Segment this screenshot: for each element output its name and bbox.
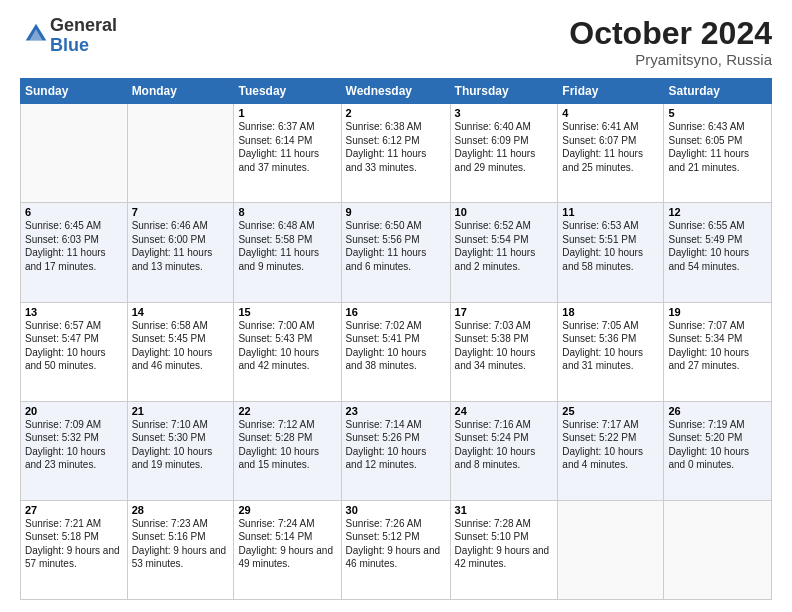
table-row: 18Sunrise: 7:05 AM Sunset: 5:36 PM Dayli… xyxy=(558,302,664,401)
table-row: 20Sunrise: 7:09 AM Sunset: 5:32 PM Dayli… xyxy=(21,401,128,500)
col-thursday: Thursday xyxy=(450,79,558,104)
cell-day-number: 5 xyxy=(668,107,767,119)
cell-day-number: 11 xyxy=(562,206,659,218)
cell-info: Sunrise: 7:16 AM Sunset: 5:24 PM Dayligh… xyxy=(455,418,554,472)
cell-day-number: 10 xyxy=(455,206,554,218)
cell-day-number: 2 xyxy=(346,107,446,119)
col-sunday: Sunday xyxy=(21,79,128,104)
cell-day-number: 24 xyxy=(455,405,554,417)
table-row: 28Sunrise: 7:23 AM Sunset: 5:16 PM Dayli… xyxy=(127,500,234,599)
cell-day-number: 14 xyxy=(132,306,230,318)
table-row: 3Sunrise: 6:40 AM Sunset: 6:09 PM Daylig… xyxy=(450,104,558,203)
cell-info: Sunrise: 6:53 AM Sunset: 5:51 PM Dayligh… xyxy=(562,219,659,273)
calendar-week-2: 6Sunrise: 6:45 AM Sunset: 6:03 PM Daylig… xyxy=(21,203,772,302)
cell-day-number: 20 xyxy=(25,405,123,417)
cell-info: Sunrise: 7:23 AM Sunset: 5:16 PM Dayligh… xyxy=(132,517,230,571)
table-row: 11Sunrise: 6:53 AM Sunset: 5:51 PM Dayli… xyxy=(558,203,664,302)
location: Pryamitsyno, Russia xyxy=(569,51,772,68)
table-row: 25Sunrise: 7:17 AM Sunset: 5:22 PM Dayli… xyxy=(558,401,664,500)
table-row: 12Sunrise: 6:55 AM Sunset: 5:49 PM Dayli… xyxy=(664,203,772,302)
cell-day-number: 17 xyxy=(455,306,554,318)
table-row: 31Sunrise: 7:28 AM Sunset: 5:10 PM Dayli… xyxy=(450,500,558,599)
table-row: 13Sunrise: 6:57 AM Sunset: 5:47 PM Dayli… xyxy=(21,302,128,401)
cell-day-number: 8 xyxy=(238,206,336,218)
cell-info: Sunrise: 6:40 AM Sunset: 6:09 PM Dayligh… xyxy=(455,120,554,174)
logo-blue: Blue xyxy=(50,36,117,56)
cell-day-number: 26 xyxy=(668,405,767,417)
cell-info: Sunrise: 6:58 AM Sunset: 5:45 PM Dayligh… xyxy=(132,319,230,373)
table-row: 6Sunrise: 6:45 AM Sunset: 6:03 PM Daylig… xyxy=(21,203,128,302)
cell-day-number: 13 xyxy=(25,306,123,318)
page: General Blue October 2024 Pryamitsyno, R… xyxy=(0,0,792,612)
cell-day-number: 7 xyxy=(132,206,230,218)
cell-info: Sunrise: 6:43 AM Sunset: 6:05 PM Dayligh… xyxy=(668,120,767,174)
cell-info: Sunrise: 7:00 AM Sunset: 5:43 PM Dayligh… xyxy=(238,319,336,373)
logo-text: General Blue xyxy=(50,16,117,56)
cell-info: Sunrise: 7:26 AM Sunset: 5:12 PM Dayligh… xyxy=(346,517,446,571)
cell-info: Sunrise: 7:05 AM Sunset: 5:36 PM Dayligh… xyxy=(562,319,659,373)
table-row: 2Sunrise: 6:38 AM Sunset: 6:12 PM Daylig… xyxy=(341,104,450,203)
table-row xyxy=(558,500,664,599)
cell-day-number: 16 xyxy=(346,306,446,318)
cell-day-number: 25 xyxy=(562,405,659,417)
cell-day-number: 23 xyxy=(346,405,446,417)
table-row: 17Sunrise: 7:03 AM Sunset: 5:38 PM Dayli… xyxy=(450,302,558,401)
cell-day-number: 28 xyxy=(132,504,230,516)
col-wednesday: Wednesday xyxy=(341,79,450,104)
header: General Blue October 2024 Pryamitsyno, R… xyxy=(20,16,772,68)
cell-info: Sunrise: 7:17 AM Sunset: 5:22 PM Dayligh… xyxy=(562,418,659,472)
table-row: 4Sunrise: 6:41 AM Sunset: 6:07 PM Daylig… xyxy=(558,104,664,203)
cell-info: Sunrise: 6:48 AM Sunset: 5:58 PM Dayligh… xyxy=(238,219,336,273)
cell-day-number: 18 xyxy=(562,306,659,318)
cell-info: Sunrise: 7:19 AM Sunset: 5:20 PM Dayligh… xyxy=(668,418,767,472)
cell-info: Sunrise: 7:28 AM Sunset: 5:10 PM Dayligh… xyxy=(455,517,554,571)
table-row: 19Sunrise: 7:07 AM Sunset: 5:34 PM Dayli… xyxy=(664,302,772,401)
month-title: October 2024 xyxy=(569,16,772,51)
table-row: 26Sunrise: 7:19 AM Sunset: 5:20 PM Dayli… xyxy=(664,401,772,500)
cell-day-number: 4 xyxy=(562,107,659,119)
cell-info: Sunrise: 7:10 AM Sunset: 5:30 PM Dayligh… xyxy=(132,418,230,472)
title-area: October 2024 Pryamitsyno, Russia xyxy=(569,16,772,68)
cell-info: Sunrise: 6:52 AM Sunset: 5:54 PM Dayligh… xyxy=(455,219,554,273)
cell-info: Sunrise: 6:57 AM Sunset: 5:47 PM Dayligh… xyxy=(25,319,123,373)
cell-day-number: 22 xyxy=(238,405,336,417)
table-row: 24Sunrise: 7:16 AM Sunset: 5:24 PM Dayli… xyxy=(450,401,558,500)
cell-day-number: 6 xyxy=(25,206,123,218)
cell-info: Sunrise: 7:14 AM Sunset: 5:26 PM Dayligh… xyxy=(346,418,446,472)
col-saturday: Saturday xyxy=(664,79,772,104)
table-row: 10Sunrise: 6:52 AM Sunset: 5:54 PM Dayli… xyxy=(450,203,558,302)
cell-day-number: 30 xyxy=(346,504,446,516)
logo-general: General xyxy=(50,16,117,36)
table-row xyxy=(21,104,128,203)
cell-info: Sunrise: 6:38 AM Sunset: 6:12 PM Dayligh… xyxy=(346,120,446,174)
table-row: 9Sunrise: 6:50 AM Sunset: 5:56 PM Daylig… xyxy=(341,203,450,302)
cell-info: Sunrise: 6:45 AM Sunset: 6:03 PM Dayligh… xyxy=(25,219,123,273)
table-row: 1Sunrise: 6:37 AM Sunset: 6:14 PM Daylig… xyxy=(234,104,341,203)
table-row: 5Sunrise: 6:43 AM Sunset: 6:05 PM Daylig… xyxy=(664,104,772,203)
table-row: 15Sunrise: 7:00 AM Sunset: 5:43 PM Dayli… xyxy=(234,302,341,401)
cell-day-number: 31 xyxy=(455,504,554,516)
calendar-week-4: 20Sunrise: 7:09 AM Sunset: 5:32 PM Dayli… xyxy=(21,401,772,500)
cell-day-number: 15 xyxy=(238,306,336,318)
cell-day-number: 27 xyxy=(25,504,123,516)
calendar-table: Sunday Monday Tuesday Wednesday Thursday… xyxy=(20,78,772,600)
calendar-week-1: 1Sunrise: 6:37 AM Sunset: 6:14 PM Daylig… xyxy=(21,104,772,203)
table-row: 30Sunrise: 7:26 AM Sunset: 5:12 PM Dayli… xyxy=(341,500,450,599)
header-row: Sunday Monday Tuesday Wednesday Thursday… xyxy=(21,79,772,104)
table-row xyxy=(127,104,234,203)
cell-info: Sunrise: 7:07 AM Sunset: 5:34 PM Dayligh… xyxy=(668,319,767,373)
cell-day-number: 1 xyxy=(238,107,336,119)
cell-day-number: 19 xyxy=(668,306,767,318)
table-row: 7Sunrise: 6:46 AM Sunset: 6:00 PM Daylig… xyxy=(127,203,234,302)
cell-info: Sunrise: 7:24 AM Sunset: 5:14 PM Dayligh… xyxy=(238,517,336,571)
calendar-week-3: 13Sunrise: 6:57 AM Sunset: 5:47 PM Dayli… xyxy=(21,302,772,401)
cell-day-number: 3 xyxy=(455,107,554,119)
cell-info: Sunrise: 7:21 AM Sunset: 5:18 PM Dayligh… xyxy=(25,517,123,571)
cell-info: Sunrise: 7:12 AM Sunset: 5:28 PM Dayligh… xyxy=(238,418,336,472)
cell-day-number: 9 xyxy=(346,206,446,218)
cell-info: Sunrise: 7:09 AM Sunset: 5:32 PM Dayligh… xyxy=(25,418,123,472)
cell-info: Sunrise: 6:37 AM Sunset: 6:14 PM Dayligh… xyxy=(238,120,336,174)
table-row: 14Sunrise: 6:58 AM Sunset: 5:45 PM Dayli… xyxy=(127,302,234,401)
logo-icon xyxy=(22,20,50,48)
col-tuesday: Tuesday xyxy=(234,79,341,104)
